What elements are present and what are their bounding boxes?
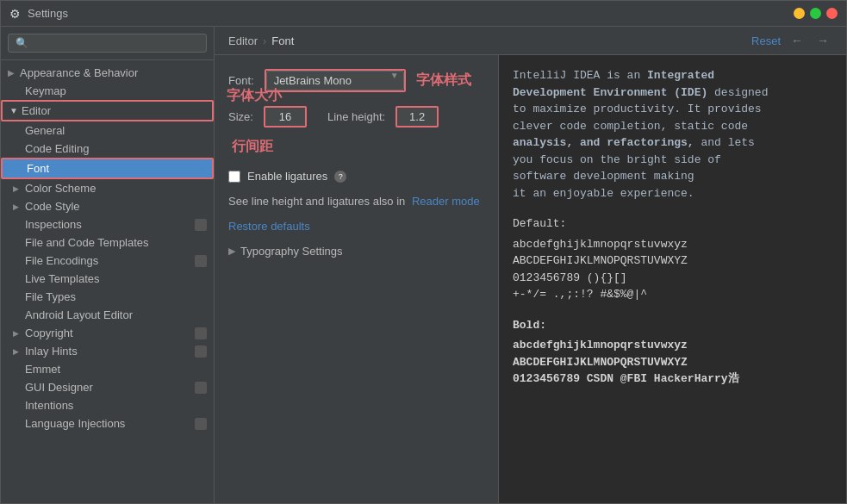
main-content: ▶ Appearance & Behavior Keymap ▼ Editor … [1,27,846,503]
font-select[interactable]: JetBrains Mono [266,71,404,90]
breadcrumb-actions: Reset ← → [751,32,832,49]
preview-default-lower: abcdefghijklmnopqrstuvwxyz [513,236,832,253]
back-button[interactable]: ← [788,32,807,49]
sidebar-search-area [1,27,214,60]
preview-default-section: Default: abcdefghijklmnopqrstuvwxyz ABCD… [513,215,832,303]
breadcrumb: Editor › Font [228,34,294,47]
sidebar-item-label: General [25,124,65,137]
sidebar-item-label: Copyright [25,327,73,339]
maximize-button[interactable]: □ [810,8,821,19]
preview-default-nums: 0123456789 (){}[] [513,270,832,287]
sidebar: ▶ Appearance & Behavior Keymap ▼ Editor … [1,27,215,503]
window-title: Settings [28,7,794,20]
preview-intro-text: IntelliJ IDEA is an IntegratedDevelopmen… [513,69,768,200]
sidebar-item-intentions[interactable]: Intentions [1,396,214,414]
font-select-wrap: JetBrains Mono ▼ [265,69,406,92]
sidebar-item-code-style[interactable]: ▶ Code Style [1,197,214,215]
ligatures-label: Enable ligatures [247,170,327,183]
badge-icon [195,345,207,358]
line-height-input[interactable] [395,106,439,128]
badge-icon [195,255,207,267]
sidebar-item-label: Live Templates [25,272,99,285]
annotation-font-type: 字体样式 [416,72,471,90]
sidebar-item-live-templates[interactable]: Live Templates [1,270,214,288]
preview-default-special: +-*/= .,;:!? #&$%@|^ [513,286,832,303]
sidebar-item-label: Language Injections [25,417,125,430]
bold-label-text: Bold: [513,319,546,332]
breadcrumb-current: Font [271,34,294,47]
preview-bold-nums: 0123456789 CSDN @FBI HackerHarry浩 [513,370,832,388]
sidebar-item-general[interactable]: General [1,121,214,140]
typography-settings-row[interactable]: ▶ Typography Settings [228,245,484,258]
window-controls: − □ × [794,8,838,19]
settings-content: Font: JetBrains Mono ▼ 字体样式 [215,55,846,503]
see-also-text: See line height and ligatures also in [228,195,405,208]
sidebar-item-label: GUI Designer [25,381,93,394]
preview-default-label: Default: [513,215,832,233]
sidebar-item-color-scheme[interactable]: ▶ Color Scheme [1,179,214,197]
sidebar-item-label: File Encodings [25,254,98,267]
sidebar-item-appearance[interactable]: ▶ Appearance & Behavior [1,64,214,82]
close-button[interactable]: × [826,8,838,19]
typography-label: Typography Settings [240,245,343,258]
sidebar-item-label: Code Style [25,200,80,213]
restore-defaults-link[interactable]: Restore defaults [228,220,484,233]
reset-link[interactable]: Reset [751,34,781,47]
badge-icon [195,418,207,430]
sidebar-item-lang-injections[interactable]: Language Injections [1,414,214,432]
preview-bold-lower: abcdefghijklmnopqrstuvwxyz [513,337,832,354]
sidebar-item-file-code-templates[interactable]: File and Code Templates [1,233,214,252]
sidebar-item-emmet[interactable]: Emmet [1,360,214,378]
sidebar-item-label: Font [27,162,49,175]
sidebar-item-font[interactable]: Font [1,158,214,179]
sidebar-item-copyright[interactable]: ▶ Copyright [1,324,214,342]
sidebar-item-label: Inlay Hints [25,345,78,358]
ligatures-checkbox[interactable] [228,171,240,183]
minimize-button[interactable]: − [794,8,805,19]
preview-bold-label: Bold: [513,317,832,334]
breadcrumb-separator: › [263,34,266,47]
sidebar-item-label: Editor [22,104,51,117]
typography-arrow-icon: ▶ [228,246,235,257]
sidebar-item-label: File and Code Templates [25,236,149,249]
app-icon: ⚙ [9,7,21,21]
sidebar-item-inlay-hints[interactable]: ▶ Inlay Hints [1,342,214,360]
size-row: Size: Line height: 行间距 [228,106,484,156]
sidebar-item-inspections[interactable]: Inspections [1,215,214,233]
sidebar-item-code-editing[interactable]: Code Editing [1,140,214,158]
sidebar-tree: ▶ Appearance & Behavior Keymap ▼ Editor … [1,60,214,503]
arrow-icon: ▶ [13,347,25,356]
search-input[interactable] [8,34,207,53]
help-icon[interactable]: ? [334,171,346,183]
sidebar-item-editor[interactable]: ▼ Editor [1,100,214,121]
sidebar-item-gui-designer[interactable]: GUI Designer [1,378,214,396]
right-panel: Editor › Font Reset ← → Font: [215,27,846,503]
font-label: Font: [228,74,254,87]
sidebar-item-file-types[interactable]: File Types [1,288,214,306]
sidebar-item-label: Android Layout Editor [25,308,133,321]
badge-icon [195,382,207,394]
sidebar-item-label: Intentions [25,399,73,412]
sidebar-item-file-encodings[interactable]: File Encodings [1,252,214,270]
arrow-icon: ▶ [13,202,25,211]
annotation-line-height: 行间距 [232,138,273,156]
annotation-font-size: 字体大小 [227,87,282,105]
title-bar: ⚙ Settings − □ × [1,1,846,27]
settings-window: ⚙ Settings − □ × ▶ Appearance & Behavior… [0,0,847,504]
size-label: Size: [228,110,253,123]
sidebar-item-label: Code Editing [25,142,89,155]
preview-panel: IntelliJ IDEA is an IntegratedDevelopmen… [499,55,846,503]
sidebar-item-label: Appearance & Behavior [20,66,138,79]
see-also-row: See line height and ligatures also in Re… [228,195,484,208]
line-height-label: Line height: [327,110,385,123]
default-label-text: Default: [513,217,566,230]
ligatures-row: Enable ligatures ? [228,170,484,183]
forward-button[interactable]: → [813,32,832,49]
reader-mode-link[interactable]: Reader mode [412,195,480,208]
badge-icon [195,327,207,339]
preview-bold-section: Bold: abcdefghijklmnopqrstuvwxyz ABCDEFG… [513,317,832,388]
size-input[interactable] [264,106,307,128]
sidebar-item-keymap[interactable]: Keymap [1,82,214,100]
sidebar-item-android-layout[interactable]: Android Layout Editor [1,306,214,324]
preview-bold-upper: ABCDEFGHIJKLMNOPQRSTUVWXYZ [513,354,832,371]
